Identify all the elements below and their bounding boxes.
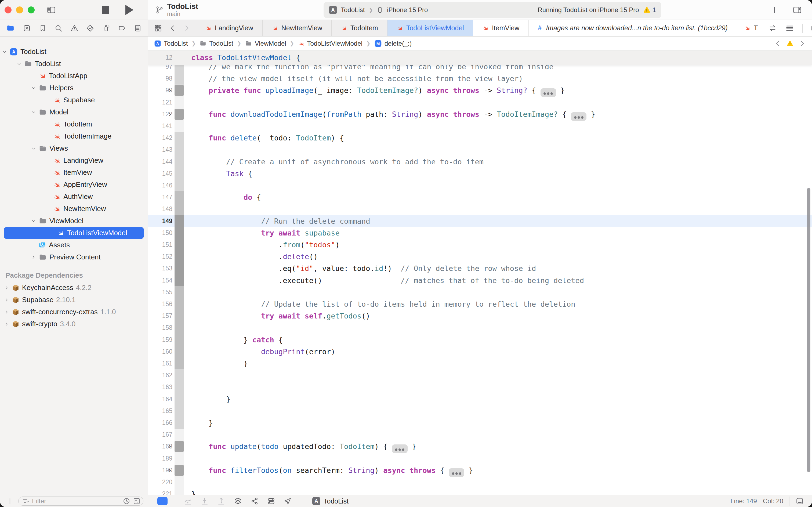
code-line[interactable]: 161 } <box>148 357 812 370</box>
zoom-window-button[interactable] <box>27 6 35 13</box>
line-number[interactable]: 143 <box>148 144 172 156</box>
add-file-icon[interactable] <box>6 497 14 505</box>
fold-ribbon-segment[interactable] <box>175 215 184 227</box>
fold-block[interactable] <box>175 85 184 96</box>
line-number[interactable]: 155 <box>148 286 172 298</box>
breadcrumb-item[interactable]: Mdelete(_:) <box>374 40 412 47</box>
adjust-editor-options-icon[interactable] <box>785 24 794 33</box>
editor-tab-todolistviewmodel[interactable]: TodoListViewModel <box>388 20 473 36</box>
fold-block[interactable] <box>175 465 184 476</box>
line-number[interactable]: 158 <box>148 322 172 334</box>
running-process[interactable]: A TodoList <box>312 497 349 505</box>
code-line[interactable]: 163 <box>148 381 812 393</box>
fold-block[interactable] <box>175 109 184 120</box>
fold-ribbon-segment[interactable] <box>175 262 184 274</box>
fold-ribbon-segment[interactable] <box>175 179 184 191</box>
fold-chevron-icon[interactable]: › <box>169 466 171 474</box>
code-line[interactable]: 99› private func uploadImage(_ image: To… <box>148 84 812 97</box>
code-line[interactable]: 150 try await supabase <box>148 227 812 239</box>
tests-icon[interactable] <box>86 24 94 32</box>
fold-ribbon-segment[interactable] <box>175 156 184 168</box>
forward-chevron-icon[interactable] <box>183 24 190 32</box>
fold-ribbon-segment[interactable] <box>175 132 184 144</box>
code-line[interactable]: 153 .eq("id", value: todo.id!) // Only d… <box>148 262 812 274</box>
fold-ribbon-segment[interactable] <box>175 72 184 84</box>
code-line[interactable]: 165 <box>148 405 812 417</box>
line-number[interactable]: 153 <box>148 262 172 274</box>
fold-ribbon-segment[interactable] <box>175 227 184 239</box>
code-line[interactable]: 151 .from("todos") <box>148 239 812 251</box>
previous-issue-icon[interactable] <box>774 40 781 48</box>
line-number[interactable]: 149 <box>148 215 172 227</box>
line-number[interactable]: 164 <box>148 393 172 405</box>
disclosure-down-icon[interactable] <box>31 110 37 115</box>
line-number[interactable]: 121 <box>148 97 172 109</box>
line-number[interactable]: 156 <box>148 298 172 310</box>
code-line[interactable]: 156 // Update the list of to-do items he… <box>148 298 812 310</box>
sidebar-item-todoitem[interactable]: TodoItem <box>0 118 148 130</box>
code-fold-ellipsis[interactable] <box>540 88 556 97</box>
line-number[interactable]: 161 <box>148 357 172 370</box>
close-window-button[interactable] <box>5 6 11 13</box>
line-number[interactable]: 220 <box>148 476 172 488</box>
sidebar-item-todolistviewmodel[interactable]: TodoListViewModel <box>4 227 144 239</box>
breadcrumb-item[interactable]: ATodoList <box>154 40 188 47</box>
code-fold-ellipsis[interactable] <box>449 468 464 477</box>
disclosure-down-icon[interactable] <box>2 49 7 55</box>
back-chevron-icon[interactable] <box>169 24 176 32</box>
code-line[interactable]: 164 } <box>148 393 812 405</box>
source-editor[interactable]: 97 // we mark the function as "private" … <box>148 51 812 495</box>
fold-chevron-icon[interactable]: › <box>169 86 171 95</box>
code-line[interactable]: 154 .execute() // matches that of the to… <box>148 274 812 287</box>
sidebar-item-assets[interactable]: Assets <box>0 239 148 251</box>
line-number[interactable]: 160 <box>148 346 172 358</box>
disclosure-right-icon[interactable] <box>4 309 10 315</box>
line-number[interactable]: 167 <box>148 429 172 441</box>
sidebar-item-todolist[interactable]: ATodoList <box>0 46 148 58</box>
line-number[interactable]: 142 <box>148 132 172 144</box>
memory-graph-icon[interactable] <box>250 497 259 505</box>
sidebar-item-views[interactable]: Views <box>0 142 148 154</box>
code-line[interactable]: 167 <box>148 429 812 441</box>
disclosure-down-icon[interactable] <box>31 146 37 151</box>
fold-ribbon-segment[interactable] <box>175 393 184 405</box>
fold-ribbon-segment[interactable] <box>175 405 184 417</box>
fold-ribbon-segment[interactable] <box>175 298 184 310</box>
code-line[interactable]: 190› func filterTodos(on searchTerm: Str… <box>148 464 812 476</box>
code-line[interactable]: 158 <box>148 322 812 334</box>
fold-ribbon-segment[interactable] <box>175 322 184 334</box>
disclosure-right-icon[interactable] <box>4 297 10 303</box>
disclosure-down-icon[interactable] <box>31 86 37 91</box>
code-line[interactable]: 122› func downloadTodoItemImage(fromPath… <box>148 108 812 120</box>
sidebar-item-todoitemimage[interactable]: TodoItemImage <box>0 130 148 142</box>
sticky-scope-header[interactable]: 12 class TodoListViewModel { <box>148 51 812 65</box>
code-line[interactable]: 189 <box>148 452 812 464</box>
run-destination-app[interactable]: TodoList <box>341 6 365 14</box>
code-review-icon[interactable] <box>768 24 777 33</box>
scheme-area[interactable]: TodoList main <box>155 2 198 17</box>
sidebar-item-supabase[interactable]: Supabase <box>0 94 148 106</box>
source-control-icon[interactable] <box>23 24 31 32</box>
simulate-location-icon[interactable] <box>284 497 292 505</box>
inspector-toggle-icon[interactable] <box>792 5 803 14</box>
code-line[interactable]: 162 <box>148 369 812 381</box>
line-number[interactable]: 150 <box>148 227 172 239</box>
reports-icon[interactable] <box>134 24 142 32</box>
sidebar-item-appentryview[interactable]: AppEntryView <box>0 179 148 191</box>
sidebar-item-preview-content[interactable]: Preview Content <box>0 251 148 263</box>
debug-area-toggle-icon[interactable] <box>795 497 804 505</box>
code-line[interactable]: 121 <box>148 97 812 109</box>
filter-field[interactable]: Filter <box>18 497 143 506</box>
fold-ribbon-segment[interactable] <box>175 250 184 263</box>
code-line[interactable]: 143 <box>148 144 812 156</box>
code-line[interactable]: 145 Task { <box>148 168 812 180</box>
vertical-scrollbar[interactable] <box>807 188 810 472</box>
debug-gauge-icon[interactable] <box>102 24 110 32</box>
scm-status-filter-icon[interactable] <box>133 497 140 505</box>
code-fold-ellipsis[interactable] <box>571 112 586 121</box>
line-number[interactable]: 148 <box>148 203 172 215</box>
fold-ribbon-segment[interactable] <box>175 310 184 322</box>
breakpoints-icon[interactable] <box>118 24 126 32</box>
line-number[interactable]: 154 <box>148 274 172 287</box>
fold-ribbon-segment[interactable] <box>175 417 184 429</box>
